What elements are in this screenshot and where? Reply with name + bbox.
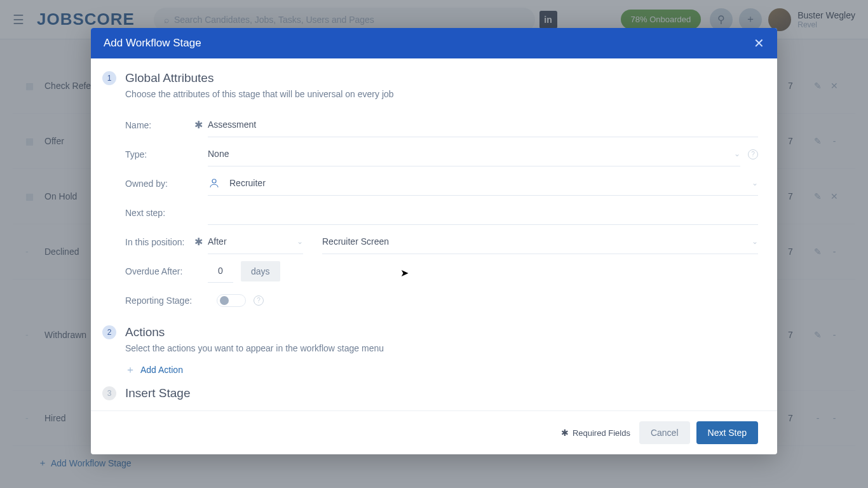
field-overdue: Overdue After: days bbox=[125, 257, 758, 286]
overdue-unit: days bbox=[241, 261, 280, 281]
help-icon[interactable]: ? bbox=[254, 295, 264, 306]
field-name: Name: ✱ Assessment bbox=[125, 111, 758, 140]
overdue-days-input[interactable] bbox=[208, 260, 233, 283]
owned-value: Recruiter bbox=[229, 178, 266, 188]
modal-title: Add Workflow Stage bbox=[104, 37, 201, 50]
type-select[interactable]: None ⌄ bbox=[208, 142, 740, 166]
name-input[interactable]: Assessment bbox=[208, 113, 758, 137]
field-position: In this position: ✱ After ⌄ Recruiter Sc… bbox=[125, 227, 758, 257]
add-action-label: Add Action bbox=[140, 365, 183, 375]
field-label: Type: bbox=[125, 149, 193, 159]
chevron-down-icon: ⌄ bbox=[297, 237, 303, 246]
section-insert-stage: 3 Insert Stage bbox=[102, 386, 758, 400]
cancel-button[interactable]: Cancel bbox=[639, 421, 690, 444]
field-label: Overdue After: bbox=[125, 266, 193, 276]
required-fields-note: ✱ Required Fields bbox=[561, 428, 630, 438]
toggle-knob bbox=[220, 296, 229, 305]
field-label: Reporting Stage: bbox=[125, 295, 201, 306]
plus-icon: ＋ bbox=[125, 365, 135, 375]
add-action-button[interactable]: ＋ Add Action bbox=[125, 365, 758, 375]
field-label: In this position: bbox=[125, 237, 193, 247]
step-badge-1: 1 bbox=[102, 71, 116, 85]
modal-footer: ✱ Required Fields Cancel Next Step bbox=[91, 410, 777, 454]
svg-point-0 bbox=[212, 179, 216, 183]
section-title: Global Attributes bbox=[125, 71, 214, 85]
required-marker: ✱ bbox=[193, 236, 204, 248]
next-step-button[interactable]: Next Step bbox=[696, 421, 758, 444]
field-label: Name: bbox=[125, 120, 193, 130]
help-icon[interactable]: ? bbox=[748, 149, 758, 159]
owned-by-select[interactable]: Recruiter ⌄ bbox=[208, 172, 758, 196]
section-title: Insert Stage bbox=[125, 386, 190, 400]
position-stage-select[interactable]: Recruiter Screen ⌄ bbox=[322, 230, 758, 254]
chevron-down-icon: ⌄ bbox=[752, 237, 758, 246]
chevron-down-icon: ⌄ bbox=[734, 149, 740, 158]
field-next-step: Next step: bbox=[125, 198, 758, 227]
add-workflow-modal: Add Workflow Stage ✕ 1 Global Attributes… bbox=[91, 28, 777, 454]
field-label: Owned by: bbox=[125, 179, 193, 189]
section-global-attributes: 1 Global Attributes bbox=[102, 71, 758, 85]
section-actions: 2 Actions bbox=[102, 325, 758, 339]
modal-body: 1 Global Attributes Choose the attribute… bbox=[91, 58, 777, 410]
field-type: Type: None ⌄ ? bbox=[125, 140, 758, 169]
chevron-down-icon: ⌄ bbox=[752, 179, 758, 187]
section-title: Actions bbox=[125, 325, 165, 339]
step-badge-2: 2 bbox=[102, 325, 116, 339]
person-icon bbox=[208, 177, 220, 189]
close-icon[interactable]: ✕ bbox=[754, 36, 764, 51]
step-badge-3: 3 bbox=[102, 386, 116, 400]
field-owned-by: Owned by: Recruiter ⌄ bbox=[125, 169, 758, 198]
reporting-stage-toggle[interactable] bbox=[217, 294, 246, 307]
field-label: Next step: bbox=[125, 208, 193, 218]
position-stage-value: Recruiter Screen bbox=[322, 236, 389, 247]
position-relation-select[interactable]: After ⌄ bbox=[208, 230, 303, 254]
name-value: Assessment bbox=[208, 119, 256, 130]
section-desc: Choose the attributes of this stage that… bbox=[125, 89, 758, 99]
type-value: None bbox=[208, 149, 229, 159]
modal-overlay: Add Workflow Stage ✕ 1 Global Attributes… bbox=[0, 0, 868, 488]
required-marker: ✱ bbox=[561, 428, 569, 438]
position-rel-value: After bbox=[208, 236, 227, 247]
required-marker: ✱ bbox=[193, 119, 204, 131]
field-reporting-stage: Reporting Stage: ? bbox=[125, 286, 758, 315]
section-desc: Select the actions you want to appear in… bbox=[125, 343, 758, 353]
modal-header: Add Workflow Stage ✕ bbox=[91, 28, 777, 58]
next-step-input[interactable] bbox=[208, 201, 758, 225]
